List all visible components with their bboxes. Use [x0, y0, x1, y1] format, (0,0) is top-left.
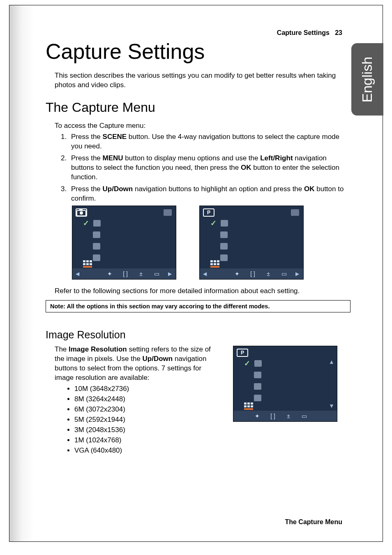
header-page-number: 23: [335, 29, 342, 36]
menu-options-list: ✓: [210, 217, 301, 264]
menu-tab-bar: ◀ ✦ [ ] ± ▭ ▶: [72, 268, 176, 279]
resolution-list: 10M (3648x2736) 8M (3264x2448) 6M (3072x…: [74, 384, 222, 456]
menu-tab-bar: ◀ ✦ [ ] ± ▭ ▶: [200, 268, 303, 279]
resolution-item: VGA (640x480): [74, 446, 222, 456]
resolution-item: 1M (1024x768): [74, 436, 222, 445]
language-tab: English: [351, 43, 383, 116]
p-mode-icon: P: [237, 349, 248, 357]
resolution-tab-icon: [244, 402, 253, 410]
resolution-item: 6M (3072x2304): [74, 405, 222, 414]
menu-tab-bar: ✦ [ ] ± ▭: [233, 411, 337, 421]
page-title: Capture Settings: [46, 39, 351, 64]
image-resolution-row: The Image Resolution setting refers to t…: [46, 345, 351, 456]
resolution-item: 8M (3264x2448): [74, 395, 222, 404]
focus-tab-icon: [ ]: [269, 412, 277, 420]
arrow-up-icon: ▲: [329, 358, 334, 365]
focus-tab-icon: [ ]: [249, 270, 257, 278]
p-mode-icon: P: [203, 208, 214, 217]
menu-screenshot-camera-mode: ✓ ◀ ✦ [ ] ± ▭ ▶: [72, 206, 176, 280]
resolution-tab-icon: [83, 260, 92, 268]
page-header: Capture Settings 23: [277, 29, 342, 37]
nav-left-icon: ◀: [203, 271, 207, 277]
exposure-tab-icon: ±: [284, 412, 293, 420]
quality-tab-icon: ✦: [233, 270, 241, 278]
arrow-down-icon: ▼: [329, 402, 334, 409]
nav-right-icon: ▶: [295, 271, 299, 277]
resolution-item: 10M (3648x2736): [74, 384, 222, 394]
step-2: Press the MENU button to display menu op…: [69, 154, 351, 182]
svg-rect-1: [79, 209, 83, 211]
option-thumb: [254, 372, 261, 378]
footer-section-label: The Capture Menu: [285, 518, 342, 526]
exposure-tab-icon: ±: [264, 270, 272, 278]
image-resolution-text: The Image Resolution setting refers to t…: [46, 345, 222, 456]
intro-paragraph: This section describes the various setti…: [55, 71, 351, 90]
camera-mode-icon: [76, 208, 87, 217]
focus-tab-icon: [ ]: [121, 270, 129, 278]
steps-list: Press the SCENE button. Use the 4-way na…: [69, 132, 351, 204]
check-icon: ✓: [83, 219, 89, 228]
option-thumb: [220, 254, 228, 261]
resolution-item: 5M (2592x1944): [74, 415, 222, 425]
option-thumb: [93, 254, 100, 261]
menu-screenshots-row: ✓ ◀ ✦ [ ] ± ▭ ▶: [72, 206, 351, 280]
quality-tab-icon: ✦: [253, 412, 261, 420]
subsection-heading-image-resolution: Image Resolution: [46, 329, 351, 341]
option-thumb: [93, 220, 101, 227]
resolution-menu-screenshot: P ✓ ▲ ▼ ✦ [ ]: [233, 346, 337, 422]
content-area: Capture Settings This section describes …: [46, 39, 351, 456]
option-thumb: [220, 243, 228, 250]
option-thumb: [254, 360, 262, 367]
nav-right-icon: ▶: [168, 271, 172, 277]
option-thumb: [254, 383, 261, 390]
nav-left-icon: ◀: [76, 271, 79, 277]
header-thumb-icon: [164, 209, 172, 216]
menu-screenshot-p-mode: P ✓ ◀ ✦ [ ] ±: [199, 206, 304, 280]
option-thumb: [220, 231, 228, 238]
header-thumb-icon: [291, 209, 299, 216]
check-icon: ✓: [244, 359, 250, 368]
option-thumb: [93, 231, 100, 238]
menu-options-list: ✓: [83, 217, 173, 264]
page-frame: Capture Settings 23 English Capture Sett…: [9, 5, 383, 542]
resolution-item: 3M (2048x1536): [74, 426, 222, 435]
scroll-arrows: ▲ ▼: [328, 358, 335, 409]
drive-tab-icon: ▭: [280, 270, 288, 278]
exposure-tab-icon: ±: [137, 270, 145, 278]
step-3: Press the Up/Down navigation buttons to …: [69, 185, 351, 204]
access-line: To access the Capture menu:: [55, 122, 351, 130]
resolution-tab-icon: [210, 260, 219, 268]
drive-tab-icon: ▭: [152, 270, 161, 278]
option-thumb: [221, 220, 228, 227]
section-heading-capture-menu: The Capture Menu: [46, 100, 351, 115]
step-1: Press the SCENE button. Use the 4-way na…: [69, 132, 351, 151]
svg-point-2: [80, 211, 83, 215]
refer-line: Refer to the following sections for more…: [55, 287, 351, 295]
language-label: English: [360, 56, 376, 102]
option-thumb: [93, 243, 100, 250]
menu-options-list: ✓: [244, 358, 334, 404]
quality-tab-icon: ✦: [106, 270, 114, 278]
header-section: Capture Settings: [277, 29, 330, 36]
check-icon: ✓: [210, 219, 217, 228]
option-thumb: [254, 395, 261, 401]
note-box: Note: All the options in this section ma…: [46, 300, 350, 312]
drive-tab-icon: ▭: [300, 412, 308, 420]
